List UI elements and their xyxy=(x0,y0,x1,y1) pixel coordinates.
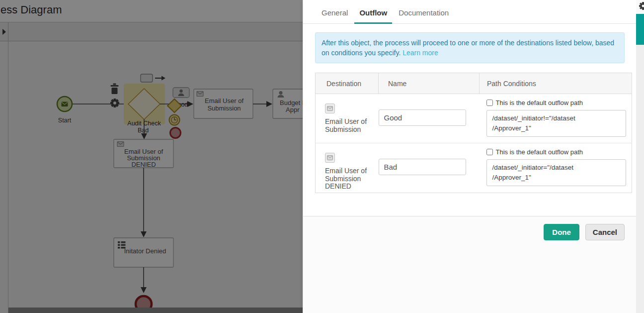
panel-scrollbar-track[interactable] xyxy=(636,0,644,313)
scrollbar-thumb[interactable] xyxy=(636,14,644,45)
app-window: ess Diagram xyxy=(0,0,644,313)
column-header-path-conditions: Path Conditions xyxy=(480,73,632,94)
table-header-row: Destination Name Path Conditions xyxy=(316,73,632,94)
learn-more-link[interactable]: Learn more xyxy=(402,49,438,57)
destination-type-badge xyxy=(325,153,335,163)
outflow-row-bad: Email User of Submission DENIED This is … xyxy=(316,143,632,193)
column-header-destination: Destination xyxy=(316,73,379,94)
cancel-button[interactable]: Cancel xyxy=(585,224,625,240)
node-config-panel: General Outflow Documentation After this… xyxy=(303,0,636,313)
default-path-checkbox[interactable] xyxy=(486,149,493,155)
default-path-label: This is the default outflow path xyxy=(496,99,583,106)
tab-documentation[interactable]: Documentation xyxy=(394,8,454,24)
outflow-info-box: After this object, the process will proc… xyxy=(315,32,625,63)
destination-type-badge xyxy=(325,104,335,113)
info-text: After this object, the process will proc… xyxy=(322,39,614,57)
path-condition-input[interactable]: /dataset/_initiator="/dataset /Approver_… xyxy=(486,159,626,186)
condition-line: /dataset/_initiator!="/dataset xyxy=(492,113,620,123)
envelope-icon xyxy=(327,106,333,111)
panel-tabs: General Outflow Documentation xyxy=(303,0,636,24)
condition-line: /dataset/_initiator="/dataset xyxy=(492,163,620,173)
envelope-icon xyxy=(327,155,333,160)
condition-line: /Approver_1" xyxy=(492,123,620,133)
done-button[interactable]: Done xyxy=(544,224,579,240)
panel-content: General Outflow Documentation After this… xyxy=(303,0,636,216)
tab-general[interactable]: General xyxy=(317,8,353,24)
default-path-checkbox[interactable] xyxy=(486,100,493,106)
condition-line: /Approver_1" xyxy=(492,173,620,183)
destination-name: Email User of Submission xyxy=(325,118,375,133)
path-name-input[interactable] xyxy=(379,109,466,126)
column-header-name: Name xyxy=(379,73,480,94)
outflow-row-good: Email User of Submission This is the def… xyxy=(316,94,632,143)
tab-outflow[interactable]: Outflow xyxy=(354,8,392,24)
path-condition-input[interactable]: /dataset/_initiator!="/dataset /Approver… xyxy=(486,110,626,137)
modal-dim-overlay xyxy=(0,0,303,313)
panel-footer: Done Cancel xyxy=(303,216,636,240)
corner-gear-icon[interactable] xyxy=(639,1,644,10)
outflow-table: Destination Name Path Conditions Email U… xyxy=(315,73,632,193)
path-name-input[interactable] xyxy=(379,159,466,175)
default-path-label: This is the default outflow path xyxy=(496,148,583,156)
process-editor-region: ess Diagram xyxy=(0,0,303,313)
destination-name: Email User of Submission DENIED xyxy=(325,167,375,191)
